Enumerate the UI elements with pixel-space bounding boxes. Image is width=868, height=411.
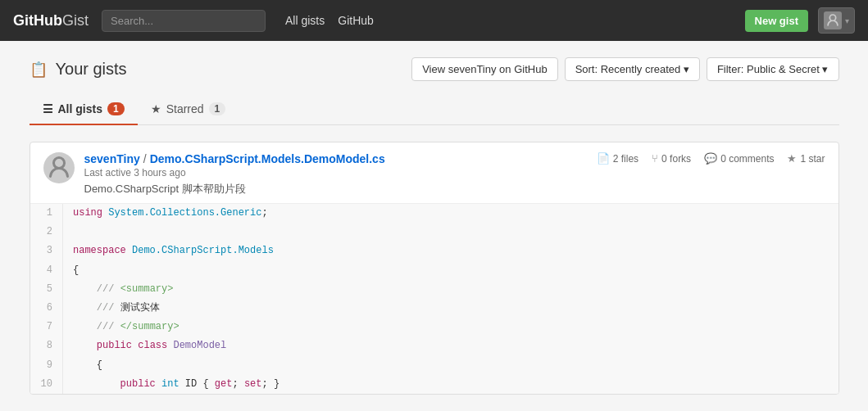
code-line: 10 public int ID { get; set; } (30, 375, 838, 394)
gist-info: sevenTiny / Demo.CSharpScript.Models.Dem… (84, 152, 587, 196)
nav-all-gists[interactable]: All gists (285, 14, 325, 27)
forks-count: 0 forks (661, 153, 691, 165)
line-content: using System.Collections.Generic; (63, 204, 838, 223)
code-table: 1 using System.Collections.Generic; 2 3 … (30, 204, 838, 394)
chevron-down-icon: ▾ (845, 16, 849, 25)
comments-icon: 💬 (704, 152, 717, 165)
gist-meta: sevenTiny / Demo.CSharpScript.Models.Dem… (30, 142, 838, 203)
line-content: public class DemoModel (63, 336, 838, 355)
logo-github: GitHub (13, 12, 62, 29)
filter-label: Filter: Public & Secret (717, 63, 820, 75)
code-line: 9 { (30, 356, 838, 375)
gists-controls: View sevenTiny on GitHub Sort: Recently … (411, 57, 838, 81)
forks-icon: ⑂ (652, 152, 658, 165)
logo-gist: Gist (62, 12, 89, 29)
line-number: 9 (30, 356, 63, 375)
new-gist-button[interactable]: New gist (745, 10, 808, 32)
filter-button[interactable]: Filter: Public & Secret ▾ (707, 57, 839, 81)
nav-github[interactable]: GitHub (338, 14, 374, 27)
code-preview: 1 using System.Collections.Generic; 2 3 … (30, 203, 838, 394)
code-line: 2 (30, 223, 838, 242)
gist-filename-link[interactable]: Demo.CSharpScript.Models.DemoModel.cs (150, 152, 385, 165)
stat-files: 📄 2 files (597, 152, 639, 165)
tab-starred-label: Starred (166, 102, 204, 115)
line-number: 4 (30, 261, 63, 280)
line-content: { (63, 356, 838, 375)
line-content: public int ID { get; set; } (63, 375, 838, 394)
gists-title-area: 📋 Your gists (30, 60, 127, 79)
gists-icon: 📋 (30, 61, 48, 79)
stat-comments: 💬 0 comments (704, 152, 774, 165)
gist-list: sevenTiny / Demo.CSharpScript.Models.Dem… (30, 142, 839, 395)
line-number: 1 (30, 204, 63, 223)
line-content (63, 223, 838, 242)
stat-stars: ★ 1 star (787, 152, 825, 165)
view-on-github-button[interactable]: View sevenTiny on GitHub (411, 57, 557, 81)
code-line: 7 /// </summary> (30, 318, 838, 336)
stat-forks: ⑂ 0 forks (652, 152, 691, 165)
line-number: 3 (30, 242, 63, 260)
gist-user-link[interactable]: sevenTiny (84, 152, 140, 165)
code-line: 5 /// <summary> (30, 280, 838, 299)
gist-stats: 📄 2 files ⑂ 0 forks 💬 0 comments ★ 1 sta… (597, 152, 825, 165)
line-number: 10 (30, 375, 63, 394)
gist-title-row: sevenTiny / Demo.CSharpScript.Models.Dem… (84, 152, 587, 165)
comments-count: 0 comments (720, 153, 774, 165)
tab-all-gists[interactable]: ☰ All gists 1 (30, 94, 138, 125)
line-number: 6 (30, 299, 63, 318)
search-input[interactable] (102, 10, 266, 32)
site-logo: GitHubGist (13, 12, 89, 29)
tab-all-gists-icon: ☰ (43, 102, 53, 115)
line-number: 2 (30, 223, 63, 242)
header-actions: New gist ▾ (745, 7, 855, 34)
line-content: /// </summary> (63, 318, 838, 336)
sort-button[interactable]: Sort: Recently created ▾ (565, 57, 700, 81)
tab-starred-count: 1 (209, 102, 226, 115)
line-content: namespace Demo.CSharpScript.Models (63, 242, 838, 260)
avatar-dropdown[interactable]: ▾ (818, 7, 855, 34)
page-title: Your gists (56, 60, 127, 79)
stars-count: 1 star (800, 153, 825, 165)
sort-label: Sort: Recently created (575, 63, 681, 75)
code-line: 4 { (30, 261, 838, 280)
code-line: 6 /// 测试实体 (30, 299, 838, 318)
tabs-bar: ☰ All gists 1 ★ Starred 1 (30, 94, 839, 125)
line-number: 5 (30, 280, 63, 299)
gist-description: Demo.CSharpScript 脚本帮助片段 (84, 182, 587, 196)
stars-icon: ★ (787, 152, 797, 165)
gist-separator: / (143, 152, 147, 165)
gist-item: sevenTiny / Demo.CSharpScript.Models.Dem… (30, 142, 839, 395)
gist-time: Last active 3 hours ago (84, 167, 587, 178)
tab-starred-icon: ★ (151, 102, 161, 115)
line-content: /// 测试实体 (63, 299, 838, 318)
avatar (824, 11, 842, 29)
line-number: 8 (30, 336, 63, 355)
line-content: { (63, 261, 838, 280)
code-line: 8 public class DemoModel (30, 336, 838, 355)
tab-all-gists-label: All gists (58, 102, 102, 115)
gists-header: 📋 Your gists View sevenTiny on GitHub So… (30, 57, 839, 81)
tab-all-gists-count: 1 (107, 102, 125, 115)
files-count: 2 files (613, 153, 639, 165)
tab-starred[interactable]: ★ Starred 1 (138, 94, 239, 125)
line-number: 7 (30, 318, 63, 336)
code-line: 3 namespace Demo.CSharpScript.Models (30, 242, 838, 260)
files-icon: 📄 (597, 152, 610, 165)
gist-avatar (43, 152, 75, 183)
main-content: 📋 Your gists View sevenTiny on GitHub So… (16, 41, 852, 411)
site-header: GitHubGist All gists GitHub New gist ▾ (0, 0, 868, 41)
code-line: 1 using System.Collections.Generic; (30, 204, 838, 223)
line-content: /// <summary> (63, 280, 838, 299)
header-nav: All gists GitHub (285, 14, 374, 27)
